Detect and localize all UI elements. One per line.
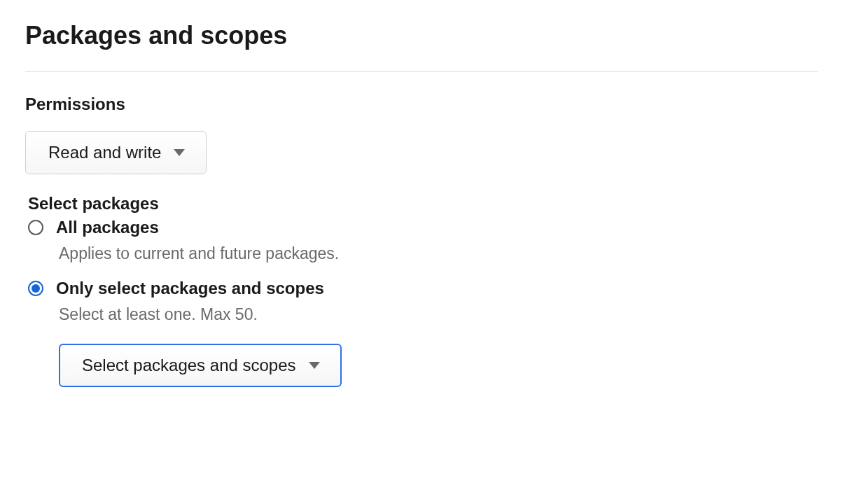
radio-option-only-select: Only select packages and scopes Select a…: [28, 279, 818, 407]
select-packages-dropdown-value: Select packages and scopes: [82, 356, 296, 375]
select-packages-radio-group: All packages Applies to current and futu…: [28, 218, 818, 407]
permissions-dropdown-value: Read and write: [48, 143, 161, 162]
select-packages-dropdown[interactable]: Select packages and scopes: [59, 344, 342, 387]
page-title: Packages and scopes: [25, 21, 818, 50]
radio-all-packages[interactable]: [28, 220, 43, 235]
divider: [25, 71, 818, 72]
radio-only-select[interactable]: [28, 281, 43, 296]
select-packages-label: Select packages: [28, 194, 818, 214]
chevron-down-icon: [309, 362, 320, 369]
radio-only-select-hint: Select at least one. Max 50.: [59, 305, 818, 324]
chevron-down-icon: [174, 149, 185, 156]
radio-only-select-label[interactable]: Only select packages and scopes: [56, 279, 324, 298]
radio-all-packages-hint: Applies to current and future packages.: [59, 244, 818, 263]
permissions-label: Permissions: [25, 94, 818, 114]
radio-all-packages-label[interactable]: All packages: [56, 218, 159, 237]
permissions-dropdown[interactable]: Read and write: [25, 131, 207, 174]
radio-option-all-packages: All packages Applies to current and futu…: [28, 218, 818, 263]
